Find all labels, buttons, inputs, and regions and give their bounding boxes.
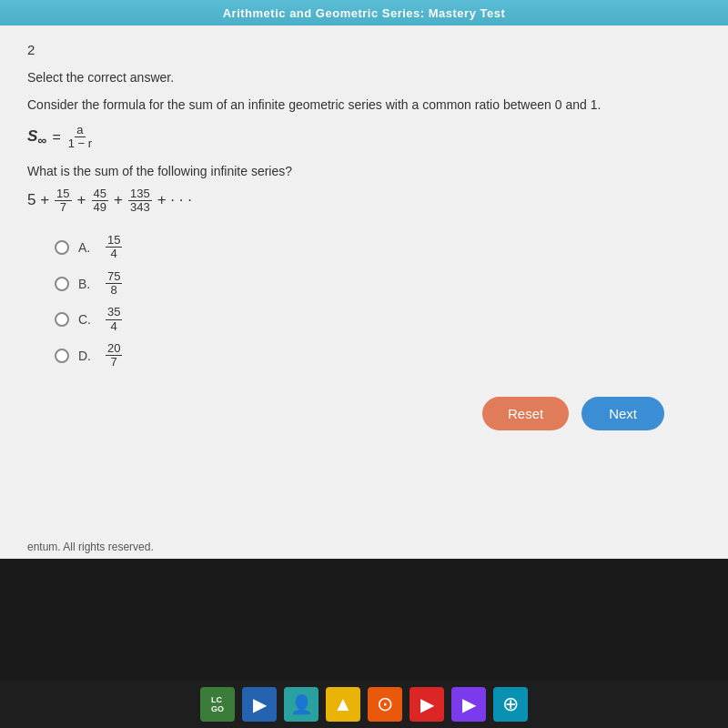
taskbar: LCGO ▶ 👤 ▲ ⊙ ▶ ▶ ⊕: [0, 681, 728, 728]
context-text: Consider the formula for the sum of an i…: [27, 96, 701, 115]
option-label-D: D.: [78, 349, 96, 363]
option-D-fraction: 20 7: [106, 342, 122, 369]
formula-line: S∞ = a 1 − r: [27, 124, 701, 151]
series-term-2: 15 7: [55, 187, 71, 215]
taskbar-icon-circle[interactable]: ⊙: [368, 687, 402, 722]
taskbar-icon-play[interactable]: ▶: [242, 687, 277, 722]
instruction-text: Select the correct answer.: [27, 70, 701, 85]
formula-lhs: S∞: [27, 127, 46, 147]
series-start: 5 +: [27, 191, 49, 209]
question-text: What is the sum of the following infinit…: [27, 164, 701, 178]
option-label-A: A.: [78, 240, 96, 255]
option-B-fraction: 75 8: [106, 270, 122, 298]
footer-text: entum. All rights reserved.: [27, 541, 154, 553]
series-term-3: 45 49: [92, 187, 108, 215]
formula-equals: =: [52, 129, 60, 146]
taskbar-icon-plus[interactable]: ⊕: [493, 687, 528, 722]
radio-A[interactable]: [55, 240, 69, 255]
option-D[interactable]: D. 20 7: [55, 342, 701, 369]
option-label-C: C.: [78, 312, 96, 327]
formula-numerator: a: [75, 124, 85, 137]
taskbar-icon-play2[interactable]: ▶: [410, 687, 444, 722]
radio-D[interactable]: [55, 349, 69, 363]
next-button[interactable]: Next: [581, 397, 664, 430]
radio-C[interactable]: [55, 312, 69, 327]
top-bar-title: Arithmetic and Geometric Series: Mastery…: [223, 6, 506, 20]
option-C-fraction: 35 4: [106, 306, 122, 333]
formula-denominator: 1 − r: [66, 137, 94, 150]
option-C[interactable]: C. 35 4: [55, 306, 701, 333]
formula-fraction: a 1 − r: [66, 124, 94, 151]
reset-button[interactable]: Reset: [482, 397, 569, 430]
series-term-4: 135 343: [128, 187, 152, 215]
taskbar-icon-triangle[interactable]: ▲: [326, 687, 360, 722]
top-bar: Arithmetic and Geometric Series: Mastery…: [0, 0, 728, 25]
buttons-row: Reset Next: [27, 397, 701, 430]
taskbar-icon-play3[interactable]: ▶: [451, 687, 486, 722]
options-list: A. 15 4 B. 75 8 C. 35 4 D.: [27, 234, 701, 369]
main-content: 2 Select the correct answer. Consider th…: [0, 25, 728, 535]
taskbar-icon-user[interactable]: 👤: [284, 687, 318, 722]
option-B[interactable]: B. 75 8: [55, 270, 701, 298]
taskbar-icon-lcgo[interactable]: LCGO: [200, 687, 235, 722]
option-A[interactable]: A. 15 4: [55, 234, 701, 261]
option-A-fraction: 15 4: [106, 234, 122, 261]
question-number: 2: [27, 42, 701, 57]
radio-B[interactable]: [55, 277, 69, 291]
series-line: 5 + 15 7 + 45 49 + 135 343 + · · ·: [27, 187, 701, 215]
footer: entum. All rights reserved.: [0, 535, 728, 559]
option-label-B: B.: [78, 277, 96, 291]
